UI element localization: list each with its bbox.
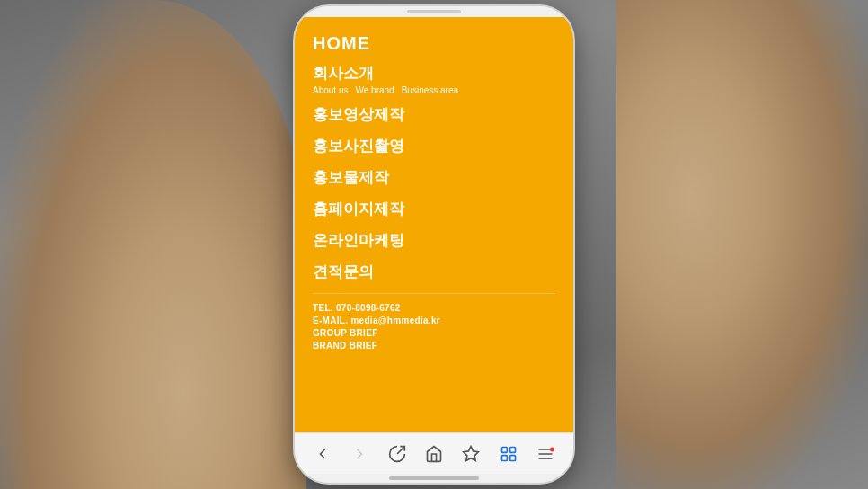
phone-speaker bbox=[407, 10, 461, 13]
menu-item-video[interactable]: 홍보영상제작 bbox=[313, 104, 555, 125]
nav-tabs-button[interactable] bbox=[495, 440, 522, 467]
nav-home-button[interactable] bbox=[421, 440, 447, 467]
home-icon bbox=[425, 445, 443, 463]
menu-item-online-marketing[interactable]: 온라인마케팅 bbox=[313, 230, 555, 251]
hand-left-decoration bbox=[0, 0, 306, 489]
phone-top-bar bbox=[295, 6, 573, 17]
subitem-business-area[interactable]: Business area bbox=[402, 85, 458, 95]
nav-menu-button[interactable] bbox=[532, 440, 559, 467]
menu-content: HOME 회사소개 About us We brand Business are… bbox=[295, 17, 573, 432]
menu-item-quote[interactable]: 견적문의 bbox=[313, 262, 555, 282]
menu-item-photo[interactable]: 홍보사진촬영 bbox=[313, 136, 555, 156]
contact-brand-brief[interactable]: BRAND BRIEF bbox=[313, 341, 555, 351]
subitem-about-us[interactable]: About us bbox=[313, 85, 348, 95]
nav-forward-button[interactable] bbox=[346, 440, 373, 467]
phone-bottom-bar bbox=[295, 474, 573, 483]
subitem-we-brand[interactable]: We brand bbox=[355, 85, 394, 95]
svg-rect-3 bbox=[501, 455, 507, 460]
browser-nav-bar bbox=[295, 432, 573, 474]
menu-home-item[interactable]: HOME bbox=[313, 33, 555, 54]
menu-subitems-company: About us We brand Business area bbox=[313, 85, 555, 95]
home-indicator bbox=[389, 476, 479, 480]
contact-tel: TEL. 070-8098-6762 bbox=[313, 303, 555, 313]
hand-right-decoration bbox=[616, 0, 868, 489]
nav-bookmark-button[interactable] bbox=[457, 440, 484, 467]
svg-rect-2 bbox=[509, 447, 515, 452]
svg-rect-1 bbox=[501, 447, 507, 452]
nav-refresh-button[interactable] bbox=[384, 440, 411, 467]
phone-device: HOME 회사소개 About us We brand Business are… bbox=[295, 6, 573, 483]
back-icon bbox=[314, 445, 332, 463]
svg-marker-0 bbox=[464, 446, 479, 460]
contact-email: E-MAIL. media@hmmedia.kr bbox=[313, 316, 555, 325]
svg-rect-4 bbox=[509, 455, 515, 460]
nav-back-button[interactable] bbox=[309, 440, 336, 467]
menu-item-homepage[interactable]: 홈페이지제작 bbox=[313, 199, 555, 219]
contact-section: TEL. 070-8098-6762 E-MAIL. media@hmmedia… bbox=[313, 293, 555, 351]
bookmark-icon bbox=[462, 445, 480, 463]
phone-screen: HOME 회사소개 About us We brand Business are… bbox=[295, 17, 573, 432]
tabs-icon bbox=[500, 445, 518, 463]
menu-item-company[interactable]: 회사소개 bbox=[313, 63, 555, 84]
refresh-icon bbox=[388, 445, 406, 463]
contact-group-brief[interactable]: GROUP BRIEF bbox=[313, 328, 555, 338]
forward-icon bbox=[350, 445, 368, 463]
menu-item-promo[interactable]: 홍보물제작 bbox=[313, 167, 555, 188]
hamburger-icon bbox=[536, 445, 554, 463]
svg-point-8 bbox=[550, 447, 554, 451]
